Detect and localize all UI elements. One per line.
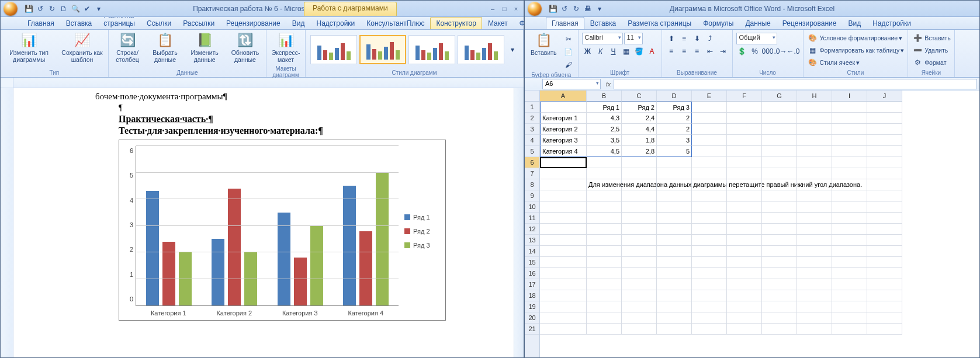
copy-icon[interactable]: 📄 xyxy=(563,46,574,58)
tab-home[interactable]: Главная xyxy=(546,17,584,29)
tab-review[interactable]: Рецензирование xyxy=(220,17,286,29)
group-data: 🔄Строка/столбец 📋Выбрать данные 📗Изменит… xyxy=(109,30,267,77)
number-format-combo[interactable]: Общий xyxy=(736,33,777,44)
switch-row-col-button[interactable]: 🔄Строка/столбец xyxy=(111,31,144,64)
embedded-chart[interactable]: 6543210 Категория 1Категория 2Категория … xyxy=(119,140,446,321)
maximize-icon[interactable]: □ xyxy=(500,5,508,12)
paste-button[interactable]: 📋Вставить xyxy=(528,31,559,58)
vertical-scrollbar[interactable] xyxy=(514,88,524,357)
new-doc-icon[interactable]: 🗋 xyxy=(59,4,68,13)
select-all-corner[interactable] xyxy=(525,91,540,102)
tab-addins[interactable]: Надстройки xyxy=(867,17,917,29)
tab-home[interactable]: Главная xyxy=(22,17,60,29)
tab-addins[interactable]: Надстройки xyxy=(310,17,361,29)
underline-icon[interactable]: Ч xyxy=(608,46,619,57)
insert-cells-button[interactable]: ➕Вставить xyxy=(912,32,951,44)
tab-layout[interactable]: Макет xyxy=(482,17,514,29)
format-painter-icon[interactable]: 🖌 xyxy=(563,59,574,71)
redo-icon[interactable]: ↻ xyxy=(572,4,581,13)
quick-layout-button[interactable]: 📊Экспресс-макет xyxy=(269,31,303,64)
align-right-icon[interactable]: ≡ xyxy=(691,46,703,57)
change-chart-type-button[interactable]: 📊Изменить тип диаграммы xyxy=(3,31,55,64)
dec-decimal-icon[interactable]: ←.0 xyxy=(788,46,799,57)
qat-more-icon[interactable]: ▾ xyxy=(94,4,103,13)
edit-data-button[interactable]: 📗Изменить данные xyxy=(186,31,223,64)
print-preview-icon[interactable]: 🔍 xyxy=(71,4,80,13)
italic-icon[interactable]: К xyxy=(595,46,607,57)
tab-review[interactable]: Рецензирование xyxy=(777,17,843,29)
undo-icon[interactable]: ↺ xyxy=(560,4,569,13)
font-name-combo[interactable]: Calibri xyxy=(582,33,623,44)
office-button[interactable] xyxy=(525,1,545,17)
align-center-icon[interactable]: ≡ xyxy=(678,46,690,57)
fill-color-icon[interactable]: 🪣 xyxy=(633,46,645,57)
indent-dec-icon[interactable]: ⇤ xyxy=(704,46,716,57)
tab-view[interactable]: Вид xyxy=(842,17,867,29)
vertical-ruler[interactable] xyxy=(1,88,13,357)
font-color-icon[interactable]: A xyxy=(646,46,658,57)
row-headers[interactable]: 123456789101112131415161718192021 xyxy=(525,102,540,357)
tab-data[interactable]: Данные xyxy=(739,17,776,29)
redo-icon[interactable]: ↻ xyxy=(47,4,57,13)
align-middle-icon[interactable]: ≡ xyxy=(678,33,690,44)
delete-cells-button[interactable]: ➖Удалить xyxy=(912,44,948,56)
group-font: Calibri 11 Ж К Ч ▦ 🪣 A Шрифт xyxy=(579,30,662,77)
cut-icon[interactable]: ✂ xyxy=(563,33,574,45)
align-left-icon[interactable]: ≡ xyxy=(666,46,677,57)
percent-icon[interactable]: % xyxy=(749,46,761,57)
refresh-data-button[interactable]: 🔃Обновить данные xyxy=(227,31,264,64)
undo-icon[interactable]: ↺ xyxy=(36,4,45,13)
tab-formulas[interactable]: Формулы xyxy=(697,17,739,29)
bold-icon[interactable]: Ж xyxy=(582,46,594,57)
tab-view[interactable]: Вид xyxy=(286,17,311,29)
format-as-table-button[interactable]: ▦Форматировать как таблицу ▾ xyxy=(807,44,905,56)
tab-insert[interactable]: Вставка xyxy=(584,17,622,29)
inc-decimal-icon[interactable]: .0→ xyxy=(775,46,787,57)
tab-design[interactable]: Конструктор xyxy=(430,17,482,29)
conditional-formatting-button[interactable]: 🎨Условное форматирование ▾ xyxy=(807,32,903,44)
gallery-more-icon[interactable]: ▾ xyxy=(507,44,518,55)
save-icon[interactable]: 💾 xyxy=(548,4,557,13)
name-box[interactable]: A6 xyxy=(542,79,601,89)
chart-style-2[interactable] xyxy=(359,35,406,64)
column-headers[interactable]: ABCDEFGHIJ xyxy=(540,91,902,102)
border-icon[interactable]: ▦ xyxy=(621,46,632,57)
office-button[interactable] xyxy=(1,1,20,17)
group-alignment: ⬆≡⬇⤴ ≡≡≡⇤⇥ Выравнивание xyxy=(662,30,733,77)
align-top-icon[interactable]: ⬆ xyxy=(666,33,677,44)
print-icon[interactable]: 🖶 xyxy=(583,4,593,13)
qat-more-icon[interactable]: ▾ xyxy=(595,4,604,13)
word-ribbon-tabs: Главная Вставка Разметка страницы Ссылки… xyxy=(1,17,524,30)
horizontal-ruler[interactable] xyxy=(26,78,524,88)
close-icon[interactable]: × xyxy=(512,5,520,12)
orientation-icon[interactable]: ⤴ xyxy=(704,33,716,44)
excel-titlebar: 💾 ↺ ↻ 🖶 ▾ Диаграмма в Microsoft Office W… xyxy=(525,1,979,17)
document-page[interactable]: бочем·поле·документа·программы¶ ¶ Практи… xyxy=(13,88,514,357)
tab-insert[interactable]: Вставка xyxy=(60,17,98,29)
indent-inc-icon[interactable]: ⇥ xyxy=(717,46,729,57)
spellcheck-icon[interactable]: ✔ xyxy=(82,4,92,13)
tab-mailings[interactable]: Рассылки xyxy=(177,17,220,29)
tab-page-layout[interactable]: Разметка страницы xyxy=(622,17,697,29)
tab-references[interactable]: Ссылки xyxy=(141,17,177,29)
chart-style-3[interactable] xyxy=(408,35,455,64)
save-template-button[interactable]: 📈Сохранить как шаблон xyxy=(58,31,105,64)
tab-consultant[interactable]: КонсультантПлюс xyxy=(361,17,430,29)
chart-style-4[interactable] xyxy=(458,35,504,64)
select-data-button[interactable]: 📋Выбрать данные xyxy=(147,31,182,64)
select-data-icon: 📋 xyxy=(155,32,174,48)
format-cells-button[interactable]: ⚙Формат xyxy=(912,57,946,68)
comma-icon[interactable]: 000 xyxy=(762,46,774,57)
heading-2: Тесты·для·закрепления·изученного·материа… xyxy=(95,126,484,136)
align-bottom-icon[interactable]: ⬇ xyxy=(691,33,703,44)
window-controls: – □ × xyxy=(489,5,524,12)
cell-styles-button[interactable]: 🎨Стили ячеек ▾ xyxy=(807,57,860,68)
font-size-combo[interactable]: 11 xyxy=(624,33,643,44)
save-icon[interactable]: 💾 xyxy=(24,4,33,13)
worksheet[interactable]: ABCDEFGHIJ 12345678910111213141516171819… xyxy=(525,91,979,357)
currency-icon[interactable]: 💲 xyxy=(736,46,748,57)
chart-style-1[interactable] xyxy=(310,35,357,64)
fx-icon[interactable]: fx xyxy=(603,81,614,88)
minimize-icon[interactable]: – xyxy=(489,5,497,12)
formula-input[interactable] xyxy=(614,79,977,89)
